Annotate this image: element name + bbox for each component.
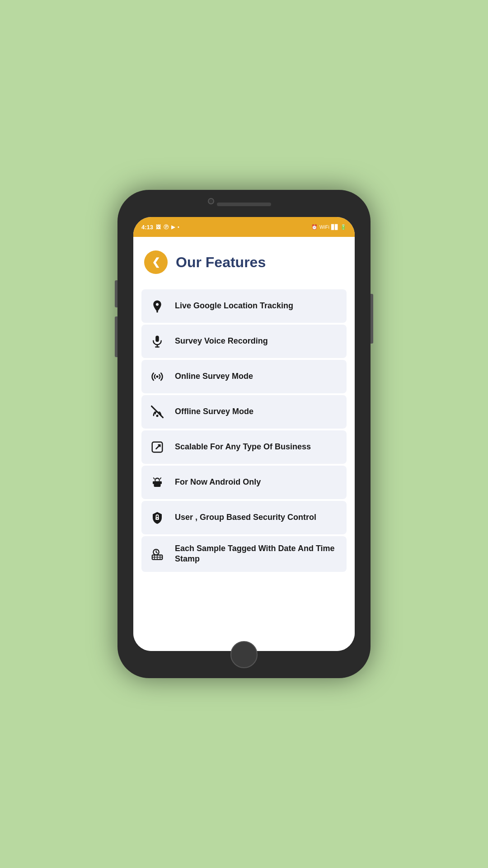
power-button	[371, 294, 373, 344]
feature-text-live-location: Live Google Location Tracking	[175, 301, 293, 311]
calendar-clock-icon	[150, 547, 164, 561]
feature-item-android: For Now Android Only	[141, 466, 347, 499]
status-dot: •	[178, 224, 179, 230]
location-pin-icon	[150, 299, 164, 313]
svg-point-15	[157, 518, 158, 519]
feature-icon-mic	[148, 332, 167, 351]
phone-frame: 4:13 🖼 Ⓟ ▶ • ⏰ WiFi ▊▊ 🔋 ❮ Our Features	[117, 190, 371, 678]
feature-icon-location	[148, 297, 167, 316]
camera	[208, 198, 214, 204]
feature-item-offline-survey: Offline Survey Mode	[141, 395, 347, 429]
feature-item-online-survey: Online Survey Mode	[141, 360, 347, 393]
feature-icon-no-wifi	[148, 402, 167, 421]
svg-point-4	[156, 376, 159, 378]
back-arrow-icon: ❮	[152, 257, 160, 267]
svg-line-13	[160, 478, 161, 479]
page-title: Our Features	[176, 254, 266, 271]
feature-text-security: User , Group Based Security Control	[175, 512, 316, 523]
status-play-icon: ▶	[171, 224, 175, 230]
svg-point-6	[156, 415, 159, 417]
feature-item-scalable: Scalable For Any Type Of Business	[141, 430, 347, 464]
alarm-icon: ⏰	[311, 224, 318, 230]
feature-item-timestamp: Each Sample Tagged With Date And Time St…	[141, 536, 347, 572]
signal-icon: ▊▊	[331, 224, 338, 230]
microphone-icon	[150, 335, 164, 348]
feature-text-timestamp: Each Sample Tagged With Date And Time St…	[175, 543, 340, 565]
phone-screen: 4:13 🖼 Ⓟ ▶ • ⏰ WiFi ▊▊ 🔋 ❮ Our Features	[133, 217, 355, 651]
feature-icon-android	[148, 473, 167, 492]
status-time: 4:13	[141, 224, 153, 231]
feature-icon-timestamp	[148, 544, 167, 563]
features-list: Live Google Location Tracking Survey Voi…	[133, 285, 355, 576]
svg-point-11	[158, 480, 159, 481]
feature-text-android: For Now Android Only	[175, 477, 261, 487]
feature-text-online-survey: Online Survey Mode	[175, 371, 253, 382]
feature-text-scalable: Scalable For Any Type Of Business	[175, 442, 311, 452]
svg-point-0	[156, 311, 158, 313]
status-bar: 4:13 🖼 Ⓟ ▶ • ⏰ WiFi ▊▊ 🔋	[133, 217, 355, 237]
feature-icon-wifi	[148, 367, 167, 386]
svg-line-12	[154, 478, 155, 479]
scalable-arrow-icon	[150, 440, 164, 454]
feature-icon-scalable	[148, 438, 167, 457]
svg-rect-1	[155, 336, 159, 342]
feature-item-voice-recording: Survey Voice Recording	[141, 325, 347, 358]
svg-rect-8	[153, 481, 154, 484]
status-photo-icon: 🖼	[156, 224, 161, 230]
svg-rect-9	[160, 481, 162, 484]
battery-icon: 🔋	[340, 224, 347, 230]
app-header: ❮ Our Features	[133, 237, 355, 285]
feature-item-live-location: Live Google Location Tracking	[141, 289, 347, 323]
feature-text-offline-survey: Offline Survey Mode	[175, 406, 253, 417]
wifi-broadcast-icon	[150, 370, 164, 383]
svg-line-18	[156, 552, 158, 553]
back-button[interactable]: ❮	[144, 250, 168, 274]
no-wifi-icon	[150, 405, 164, 419]
svg-point-10	[155, 480, 156, 481]
app-content: ❮ Our Features Live Google Location Trac…	[133, 237, 355, 651]
android-icon	[150, 476, 164, 489]
feature-item-security: User , Group Based Security Control	[141, 501, 347, 534]
status-p-icon: Ⓟ	[164, 224, 169, 231]
feature-text-voice-recording: Survey Voice Recording	[175, 336, 268, 346]
wifi-status-icon: WiFi	[319, 224, 329, 230]
shield-lock-icon	[150, 511, 164, 524]
home-button[interactable]	[230, 641, 258, 668]
volume-button	[115, 316, 117, 357]
feature-icon-security	[148, 508, 167, 527]
